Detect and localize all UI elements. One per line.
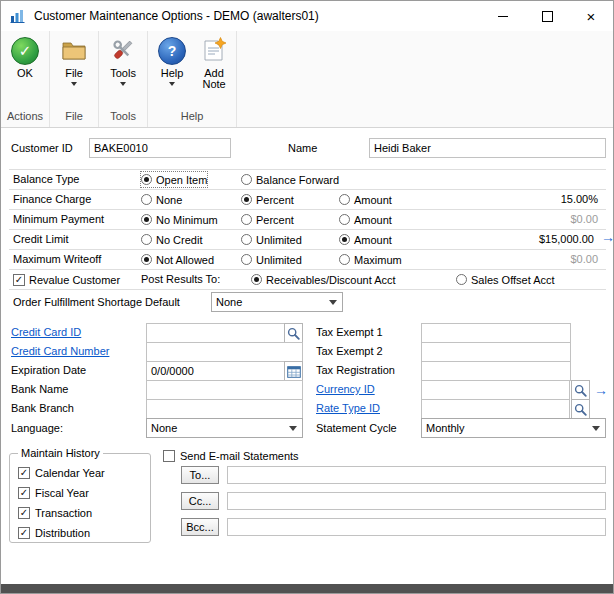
currency-id-expansion-arrow[interactable]: → <box>594 383 608 397</box>
balance-type-label: Balance Type <box>13 170 79 189</box>
credit-limit-expansion-arrow[interactable]: → <box>601 230 614 244</box>
order-fulfillment-dropdown[interactable]: None <box>211 292 343 312</box>
balance-forward-radio[interactable]: Balance Forward <box>241 172 339 187</box>
currency-id-lookup-button[interactable] <box>571 380 590 400</box>
tax-exempt-1-field[interactable] <box>421 323 571 343</box>
cc-button[interactable]: Cc... <box>181 492 219 510</box>
credit-limit-no-credit-radio[interactable]: No Credit <box>141 232 202 247</box>
radio-icon <box>339 194 350 205</box>
file-button[interactable]: File <box>52 35 96 86</box>
tax-exempt-2-field[interactable] <box>421 342 571 362</box>
close-button[interactable]: × <box>569 1 613 31</box>
credit-card-number-link[interactable]: Credit Card Number <box>11 342 109 361</box>
minimize-button[interactable] <box>481 1 525 31</box>
open-item-radio[interactable]: Open Item <box>141 172 207 187</box>
order-fulfillment-row: Order Fulfillment Shortage Default None <box>9 290 606 315</box>
to-field[interactable] <box>227 466 606 484</box>
chevron-down-icon <box>71 82 77 86</box>
statement-cycle-dropdown[interactable]: Monthly <box>421 418 606 438</box>
revalue-customer-checkbox[interactable]: Revalue Customer <box>13 272 120 287</box>
receivables-discount-acct-radio[interactable]: Receivables/Discount Acct <box>251 272 396 287</box>
radio-label: Unlimited <box>256 234 302 246</box>
distribution-checkbox[interactable]: Distribution <box>18 525 90 540</box>
radio-icon <box>339 254 350 265</box>
minimum-payment-amount-radio[interactable]: Amount <box>339 212 392 227</box>
minimum-payment-percent-radio[interactable]: Percent <box>241 212 294 227</box>
sales-offset-acct-radio[interactable]: Sales Offset Acct <box>456 272 555 287</box>
calendar-year-checkbox[interactable]: Calendar Year <box>18 465 105 480</box>
radio-label: Amount <box>354 194 392 206</box>
rate-type-id-link[interactable]: Rate Type ID <box>316 399 380 418</box>
radio-icon <box>456 274 467 285</box>
credit-card-id-field[interactable] <box>146 323 285 343</box>
credit-limit-unlimited-radio[interactable]: Unlimited <box>241 232 302 247</box>
transaction-checkbox[interactable]: Transaction <box>18 505 92 520</box>
radio-label: No Minimum <box>156 214 218 226</box>
ribbon-group-tools: Tools Tools <box>99 31 148 127</box>
expiration-date-field[interactable]: 0/0/0000 <box>146 361 285 381</box>
radio-label: Percent <box>256 194 294 206</box>
finance-charge-percent-radio[interactable]: Percent <box>241 192 294 207</box>
folder-icon <box>61 37 87 65</box>
checkbox-icon <box>18 527 30 539</box>
post-results-to-label: Post Results To: <box>141 270 220 289</box>
help-button[interactable]: ? Help <box>150 35 194 86</box>
ribbon-group-file: File File <box>50 31 99 127</box>
tax-registration-field[interactable] <box>421 361 571 381</box>
radio-label: Percent <box>256 214 294 226</box>
finance-charge-value[interactable]: 15.00% <box>561 190 598 209</box>
rate-type-id-field[interactable] <box>421 399 570 419</box>
currency-id-link[interactable]: Currency ID <box>316 380 375 399</box>
name-field[interactable]: Heidi Baker <box>369 138 606 158</box>
customer-maintenance-options-window: Customer Maintenance Options - DEMO (awa… <box>0 0 614 594</box>
bank-branch-label: Bank Branch <box>11 399 74 418</box>
maximum-writeoff-not-allowed-radio[interactable]: Not Allowed <box>141 252 214 267</box>
rate-type-id-lookup-button[interactable] <box>571 399 590 419</box>
cc-field[interactable] <box>227 492 606 510</box>
credit-limit-amount-radio[interactable]: Amount <box>339 232 392 247</box>
radio-label: Amount <box>354 214 392 226</box>
add-note-button[interactable]: Add Note <box>194 35 234 90</box>
ribbon-group-actions: ✓ OK Actions <box>1 31 50 127</box>
credit-card-number-field[interactable] <box>146 342 303 362</box>
tax-exempt-1-label: Tax Exempt 1 <box>316 323 383 342</box>
tools-button[interactable]: Tools <box>101 35 145 86</box>
order-fulfillment-value: None <box>216 296 242 308</box>
credit-limit-value[interactable]: $15,000.00 <box>539 230 594 249</box>
expiration-date-calendar-button[interactable] <box>284 361 303 381</box>
credit-card-id-link[interactable]: Credit Card ID <box>11 323 81 342</box>
radio-label: Receivables/Discount Acct <box>266 274 396 286</box>
language-value: None <box>151 422 177 434</box>
fiscal-year-checkbox[interactable]: Fiscal Year <box>18 485 89 500</box>
radio-label: Open Item <box>156 174 207 186</box>
language-dropdown[interactable]: None <box>146 418 303 438</box>
maximize-button[interactable] <box>525 1 569 31</box>
send-email-statements-checkbox[interactable]: Send E-mail Statements <box>163 448 299 463</box>
tools-icon <box>110 37 136 65</box>
finance-charge-none-radio[interactable]: None <box>141 192 182 207</box>
finance-charge-row: Finance Charge None Percent Amount 15.00… <box>9 190 606 210</box>
bcc-field[interactable] <box>227 518 606 536</box>
currency-id-field[interactable] <box>421 380 570 400</box>
finance-charge-amount-radio[interactable]: Amount <box>339 192 392 207</box>
ok-button[interactable]: ✓ OK <box>3 35 47 79</box>
help-button-label: Help <box>161 68 184 79</box>
file-button-label: File <box>65 68 83 79</box>
bank-name-field[interactable] <box>146 380 303 400</box>
customer-id-field[interactable]: BAKE0010 <box>89 138 231 158</box>
credit-card-id-lookup-button[interactable] <box>284 323 303 343</box>
to-button[interactable]: To... <box>181 466 219 484</box>
radio-label: Not Allowed <box>156 254 214 266</box>
minimum-payment-no-minimum-radio[interactable]: No Minimum <box>141 212 218 227</box>
checkbox-icon <box>18 487 30 499</box>
order-fulfillment-label: Order Fulfillment Shortage Default <box>13 290 180 314</box>
bcc-button[interactable]: Bcc... <box>181 518 219 536</box>
bank-branch-field[interactable] <box>146 399 303 419</box>
window-bottom-edge <box>1 584 613 593</box>
tax-registration-label: Tax Registration <box>316 361 395 380</box>
maximum-writeoff-unlimited-radio[interactable]: Unlimited <box>241 252 302 267</box>
calendar-icon <box>287 365 301 378</box>
maximum-writeoff-maximum-radio[interactable]: Maximum <box>339 252 402 267</box>
maximum-writeoff-value: $0.00 <box>570 250 598 269</box>
options-table: Balance Type Open Item Balance Forward F… <box>9 169 606 315</box>
